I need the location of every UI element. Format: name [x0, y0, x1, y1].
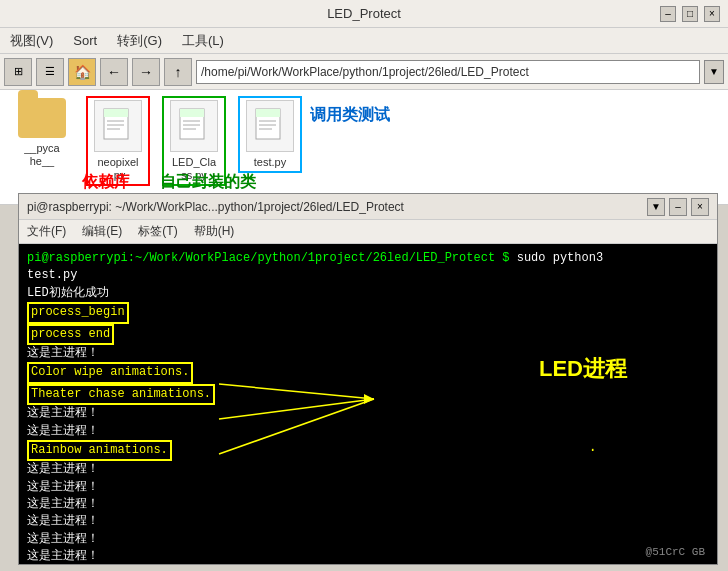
back-button[interactable]: ←	[100, 58, 128, 86]
terminal-menu-help[interactable]: 帮助(H)	[190, 221, 239, 242]
terminal-menu-tab[interactable]: 标签(T)	[134, 221, 181, 242]
annotation-installed-class: 自己封装的类	[160, 172, 256, 193]
menu-item-view[interactable]: 视图(V)	[4, 30, 59, 52]
file-name-pycache: __pycahe__	[24, 142, 59, 168]
terminal-line-process-end: process end	[27, 324, 709, 345]
terminal-title-text: pi@raspberrypi: ~/Work/WorkPlac...python…	[27, 200, 647, 214]
minimize-button[interactable]: –	[660, 6, 676, 22]
svg-rect-1	[104, 109, 128, 117]
py-file-svg2	[178, 108, 210, 144]
home-button[interactable]: 🏠	[68, 58, 96, 86]
watermark: @51CrC GB	[646, 546, 705, 558]
terminal-line-process-begin: process_begin	[27, 302, 709, 323]
view-mode-btn1[interactable]: ⊞	[4, 58, 32, 86]
dot-annotation: .	[589, 439, 597, 455]
file-item-testpy[interactable]: test.py	[240, 98, 300, 171]
address-bar[interactable]	[196, 60, 700, 84]
menu-item-tools[interactable]: 工具(L)	[176, 30, 230, 52]
window-controls: – □ ×	[660, 6, 720, 22]
folder-icon-pycache	[18, 98, 66, 138]
terminal-line-main7: 这是主进程！	[27, 513, 709, 530]
file-icon-testpy	[246, 100, 294, 152]
terminal-line-theater: Theater chase animations.	[27, 384, 709, 405]
terminal-controls: ▼ – ×	[647, 198, 709, 216]
menu-bar: 视图(V) Sort 转到(G) 工具(L)	[0, 28, 728, 54]
terminal-line-main5: 这是主进程！	[27, 479, 709, 496]
terminal-window: pi@raspberrypi: ~/Work/WorkPlac...python…	[18, 193, 718, 565]
view-mode-btn2[interactable]: ☰	[36, 58, 64, 86]
close-button[interactable]: ×	[704, 6, 720, 22]
terminal-body[interactable]: pi@raspberrypi:~/Work/WorkPlace/python/1…	[19, 244, 717, 564]
annotation-dependency: 依赖库	[82, 172, 130, 193]
menu-item-sort[interactable]: Sort	[67, 31, 103, 50]
maximize-button[interactable]: □	[682, 6, 698, 22]
toolbar: ⊞ ☰ 🏠 ← → ↑ ▼	[0, 54, 728, 90]
svg-rect-11	[256, 109, 280, 117]
terminal-line-main6: 这是主进程！	[27, 496, 709, 513]
file-item-pycache[interactable]: __pycahe__	[12, 98, 72, 168]
forward-button[interactable]: →	[132, 58, 160, 86]
terminal-line-main8: 这是主进程！	[27, 531, 709, 548]
terminal-menu-edit[interactable]: 编辑(E)	[78, 221, 126, 242]
led-annotation: LED进程	[539, 354, 627, 384]
terminal-title-bar: pi@raspberrypi: ~/Work/WorkPlac...python…	[19, 194, 717, 220]
terminal-line-prompt: pi@raspberrypi:~/Work/WorkPlace/python/1…	[27, 250, 709, 267]
file-icon-ledclass	[170, 100, 218, 152]
title-bar: LED_Protect – □ ×	[0, 0, 728, 28]
annotation-call-class: 调用类测试	[310, 105, 390, 126]
terminal-line-main9: 这是主进程！	[27, 548, 709, 564]
terminal-close-btn[interactable]: ×	[691, 198, 709, 216]
menu-item-goto[interactable]: 转到(G)	[111, 30, 168, 52]
terminal-line-testpy: test.py	[27, 267, 709, 284]
file-icon-neopixel	[94, 100, 142, 152]
svg-rect-6	[180, 109, 204, 117]
terminal-line-main4: 这是主进程！	[27, 461, 709, 478]
py-file-svg	[102, 108, 134, 144]
terminal-minimize-btn[interactable]: –	[669, 198, 687, 216]
terminal-dropdown-btn[interactable]: ▼	[647, 198, 665, 216]
file-area: __pycahe__ neopixel.py LED_Class.p	[0, 90, 728, 205]
terminal-line-init: LED初始化成功	[27, 285, 709, 302]
terminal-line-main3: 这是主进程！	[27, 423, 709, 440]
terminal-menu: 文件(F) 编辑(E) 标签(T) 帮助(H)	[19, 220, 717, 244]
file-name-testpy: test.py	[254, 156, 286, 169]
terminal-line-main2: 这是主进程！	[27, 405, 709, 422]
address-dropdown[interactable]: ▼	[704, 60, 724, 84]
terminal-menu-file[interactable]: 文件(F)	[23, 221, 70, 242]
py-file-svg3	[254, 108, 286, 144]
window-title: LED_Protect	[68, 6, 660, 21]
terminal-line-rainbow: Rainbow animations.	[27, 440, 709, 461]
up-button[interactable]: ↑	[164, 58, 192, 86]
